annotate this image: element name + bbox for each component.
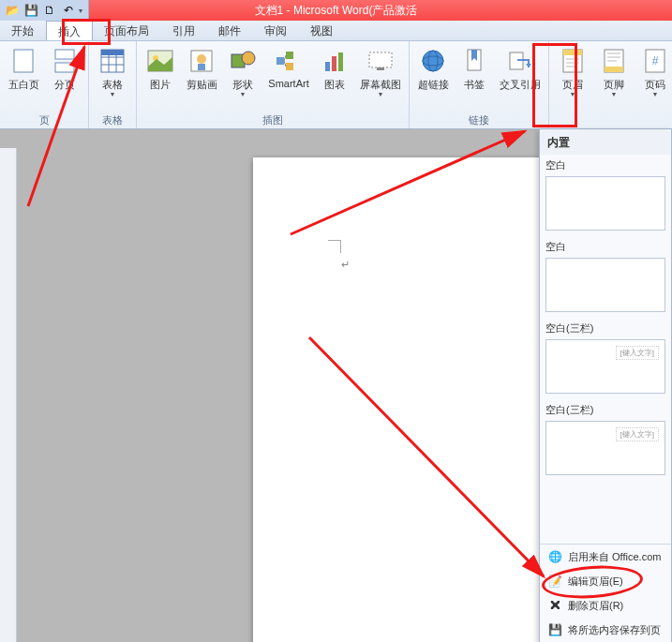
- ribbon: 五白页 分页 页 表格 ▼ 表格 图片 剪贴画 形状▼ SmartArt 图表 …: [0, 41, 672, 129]
- page-break-icon: [50, 46, 80, 76]
- office-icon: 🌐: [547, 549, 562, 564]
- vertical-ruler[interactable]: [0, 148, 17, 642]
- shapes-button[interactable]: 形状▼: [223, 43, 262, 100]
- blank-page-icon: [8, 46, 38, 76]
- qat-undo-icon[interactable]: ↶: [60, 2, 77, 19]
- picture-button[interactable]: 图片: [141, 43, 180, 95]
- title-bar: 📂 💾 🗋 ↶ ▾ 文档1 - Microsoft Word(产品激活: [0, 0, 672, 21]
- chevron-down-icon: ▼: [570, 92, 576, 97]
- chevron-down-icon: ▼: [611, 92, 618, 97]
- chevron-down-icon: ▼: [652, 92, 659, 97]
- edit-icon: 📝: [547, 574, 562, 589]
- template-preview: [545, 176, 665, 231]
- clipart-icon: [187, 46, 217, 76]
- picture-icon: [145, 46, 175, 76]
- group-illustrations-label: 插图: [141, 112, 405, 128]
- svg-rect-21: [338, 52, 343, 71]
- template-blank-three-1[interactable]: 空白(三栏) [键入文字]: [545, 321, 665, 394]
- clipart-button[interactable]: 剪贴画: [182, 43, 221, 95]
- blank-page-button[interactable]: 五白页: [4, 43, 43, 95]
- group-tables-label: 表格: [93, 112, 132, 128]
- group-links: 超链接 书签 交叉引用 链接: [410, 41, 549, 128]
- tab-review[interactable]: 审阅: [253, 21, 299, 40]
- template-blank-2[interactable]: 空白: [545, 240, 665, 312]
- save-selection-item[interactable]: 💾将所选内容保存到页: [540, 618, 671, 642]
- margin-marker: [328, 240, 341, 253]
- bookmark-button[interactable]: 书签: [455, 43, 494, 95]
- tab-view[interactable]: 视图: [299, 21, 345, 40]
- bookmark-icon: [459, 46, 489, 76]
- svg-rect-32: [563, 50, 582, 55]
- quick-access-toolbar: 📂 💾 🗋 ↶ ▾: [0, 0, 89, 21]
- qat-new-icon[interactable]: 🗋: [41, 2, 58, 19]
- dropdown-section-builtin: 内置: [540, 129, 671, 155]
- qat-open-icon[interactable]: 📂: [4, 2, 21, 19]
- header-button[interactable]: 页眉▼: [553, 43, 592, 100]
- remove-icon: 🗙: [547, 598, 562, 613]
- screenshot-button[interactable]: 屏幕截图▼: [356, 43, 405, 100]
- tab-mail[interactable]: 邮件: [207, 21, 253, 40]
- page-break-button[interactable]: 分页: [45, 43, 84, 95]
- header-icon: [558, 46, 588, 76]
- svg-rect-20: [332, 56, 336, 71]
- template-preview: [545, 258, 665, 312]
- svg-rect-19: [325, 62, 330, 71]
- chevron-down-icon: ▼: [110, 92, 116, 97]
- svg-point-15: [242, 52, 255, 65]
- chart-button[interactable]: 图表: [315, 43, 354, 95]
- dropdown-footer: 🌐启用来自 Office.com 📝编辑页眉(E) 🗙删除页眉(R) 💾将所选内…: [540, 544, 671, 642]
- template-preview: [键入文字]: [545, 339, 665, 394]
- cursor-paragraph-mark: ↵: [341, 259, 350, 271]
- screenshot-icon: [366, 46, 396, 76]
- svg-rect-37: [605, 67, 623, 72]
- svg-point-12: [197, 54, 206, 64]
- header-dropdown-panel: 内置 空白 空白 空白(三栏) [键入文字] 空白(三栏) [键入文字] 🌐启用…: [539, 129, 672, 642]
- table-button[interactable]: 表格 ▼: [93, 43, 132, 100]
- hyperlink-icon: [418, 46, 448, 76]
- footer-icon: [599, 46, 629, 76]
- qat-customize-dropdown[interactable]: ▾: [79, 7, 88, 15]
- smartart-icon: [274, 46, 304, 76]
- svg-rect-2: [55, 63, 74, 72]
- crossref-button[interactable]: 交叉引用: [496, 43, 545, 95]
- crossref-icon: [505, 46, 535, 76]
- tab-layout[interactable]: 页面布局: [93, 21, 161, 40]
- svg-rect-23: [377, 67, 384, 70]
- svg-rect-13: [198, 64, 205, 70]
- qat-save-icon[interactable]: 💾: [22, 2, 39, 19]
- shapes-icon: [228, 46, 258, 76]
- edit-header-item[interactable]: 📝编辑页眉(E): [540, 569, 671, 593]
- template-blank-three-2[interactable]: 空白(三栏) [键入文字]: [545, 403, 665, 475]
- template-preview: [键入文字]: [545, 421, 665, 475]
- hyperlink-button[interactable]: 超链接: [413, 43, 453, 95]
- table-icon: [97, 46, 127, 76]
- office-com-item[interactable]: 🌐启用来自 Office.com: [540, 545, 671, 569]
- group-headerfooter-label: [553, 114, 672, 128]
- svg-rect-17: [286, 52, 293, 59]
- footer-button[interactable]: 页脚▼: [594, 43, 634, 100]
- chevron-down-icon: ▼: [378, 92, 384, 97]
- chevron-down-icon: ▼: [240, 92, 246, 97]
- smartart-button[interactable]: SmartArt: [264, 43, 313, 92]
- group-pages: 五白页 分页 页: [0, 41, 89, 128]
- svg-rect-22: [369, 52, 392, 67]
- remove-header-item[interactable]: 🗙删除页眉(R): [540, 593, 671, 618]
- tab-references[interactable]: 引用: [161, 21, 207, 40]
- svg-rect-0: [14, 50, 33, 72]
- chart-icon: [320, 46, 350, 76]
- group-links-label: 链接: [413, 112, 545, 128]
- pagenum-icon: #: [640, 46, 670, 76]
- svg-rect-16: [276, 57, 284, 65]
- svg-rect-8: [101, 50, 124, 55]
- template-blank-1[interactable]: 空白: [545, 158, 665, 231]
- group-pages-label: 页: [4, 112, 84, 128]
- tab-start[interactable]: 开始: [0, 21, 46, 40]
- ribbon-tabs: 开始 插入 页面布局 引用 邮件 审阅 视图: [0, 21, 672, 41]
- svg-marker-30: [526, 64, 531, 67]
- save-icon: 💾: [547, 622, 562, 637]
- group-tables: 表格 ▼ 表格: [89, 41, 137, 128]
- pagenum-button[interactable]: #页码▼: [635, 43, 672, 100]
- tab-insert[interactable]: 插入: [46, 21, 93, 40]
- group-illustrations: 图片 剪贴画 形状▼ SmartArt 图表 屏幕截图▼ 插图: [137, 41, 410, 128]
- svg-rect-1: [55, 50, 74, 59]
